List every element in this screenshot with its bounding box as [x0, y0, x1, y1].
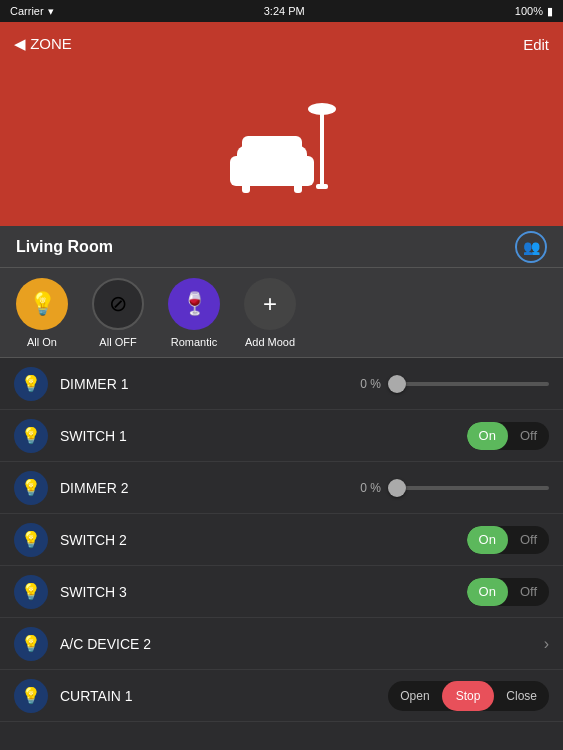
- add-circle: +: [244, 278, 296, 330]
- dimmer2-name: DIMMER 2: [60, 480, 341, 496]
- room-title: Living Room: [16, 238, 113, 256]
- dimmer1-name: DIMMER 1: [60, 376, 341, 392]
- svg-rect-5: [294, 181, 302, 193]
- add-mood-label: Add Mood: [245, 336, 295, 348]
- romantic-circle: 🍷: [168, 278, 220, 330]
- nav-bar: ◀ ZONE Edit: [0, 22, 563, 66]
- room-icon: [222, 86, 342, 206]
- switch2-on-button[interactable]: On: [467, 526, 508, 554]
- switch3-on-button[interactable]: On: [467, 578, 508, 606]
- camera-icon: 👥: [523, 239, 540, 255]
- svg-rect-3: [242, 136, 302, 156]
- bulb-icon: 💡: [21, 374, 41, 393]
- switch3-icon: 💡: [14, 575, 48, 609]
- bulb-icon: 💡: [21, 530, 41, 549]
- table-row: 💡 DIMMER 1 0 %: [0, 358, 563, 410]
- mood-all-on[interactable]: 💡 All On: [16, 278, 68, 348]
- switch2-name: SWITCH 2: [60, 532, 455, 548]
- edit-button[interactable]: Edit: [523, 36, 549, 53]
- all-on-label: All On: [27, 336, 57, 348]
- switch1-name: SWITCH 1: [60, 428, 455, 444]
- dimmer2-value: 0 %: [353, 481, 381, 495]
- dimmer1-value: 0 %: [353, 377, 381, 391]
- status-bar: Carrier ▾ 3:24 PM 100% ▮: [0, 0, 563, 22]
- svg-point-7: [308, 103, 336, 115]
- bulb-icon: 💡: [21, 686, 41, 705]
- table-row: 💡 DIMMER 2 0 %: [0, 462, 563, 514]
- add-icon: +: [263, 290, 277, 318]
- hero-area: [0, 66, 563, 226]
- table-row: 💡 SWITCH 1 On Off: [0, 410, 563, 462]
- dimmer2-track: [389, 486, 549, 490]
- table-row: 💡 SWITCH 3 On Off: [0, 566, 563, 618]
- all-off-icon: ⊘: [109, 291, 127, 317]
- status-time: 3:24 PM: [264, 5, 305, 17]
- switch2-toggle: On Off: [467, 526, 549, 554]
- bulb-icon: 💡: [21, 478, 41, 497]
- curtain1-control: Open Stop Close: [388, 681, 549, 711]
- switch3-off-button[interactable]: Off: [508, 578, 549, 606]
- ac-name: A/C DEVICE 2: [60, 636, 532, 652]
- table-row: 💡 SWITCH 2 On Off: [0, 514, 563, 566]
- ac-icon: 💡: [14, 627, 48, 661]
- svg-rect-6: [320, 111, 324, 186]
- switch3-toggle: On Off: [467, 578, 549, 606]
- mood-romantic[interactable]: 🍷 Romantic: [168, 278, 220, 348]
- curtain1-icon: 💡: [14, 679, 48, 713]
- carrier-text: Carrier: [10, 5, 44, 17]
- room-title-bar: Living Room 👥: [0, 226, 563, 268]
- battery-icon: ▮: [547, 5, 553, 18]
- bulb-icon: 💡: [21, 426, 41, 445]
- switch2-off-button[interactable]: Off: [508, 526, 549, 554]
- back-button[interactable]: ◀ ZONE: [14, 35, 72, 53]
- all-on-icon: 💡: [29, 291, 56, 317]
- mood-all-off[interactable]: ⊘ All OFF: [92, 278, 144, 348]
- dimmer1-icon: 💡: [14, 367, 48, 401]
- camera-button[interactable]: 👥: [515, 231, 547, 263]
- status-left: Carrier ▾: [10, 5, 54, 18]
- dimmer2-control: 0 %: [353, 481, 549, 495]
- dimmer1-control: 0 %: [353, 377, 549, 391]
- romantic-icon: 🍷: [181, 291, 208, 317]
- dimmer1-track: [389, 382, 549, 386]
- chevron-right-icon: ›: [544, 635, 549, 653]
- svg-rect-4: [242, 181, 250, 193]
- curtain-close-button[interactable]: Close: [494, 681, 549, 711]
- battery-text: 100%: [515, 5, 543, 17]
- wifi-icon: ▾: [48, 5, 54, 18]
- switch1-on-button[interactable]: On: [467, 422, 508, 450]
- table-row[interactable]: 💡 A/C DEVICE 2 ›: [0, 618, 563, 670]
- switch3-name: SWITCH 3: [60, 584, 455, 600]
- bulb-icon: 💡: [21, 634, 41, 653]
- table-row: 💡 CURTAIN 1 Open Stop Close: [0, 670, 563, 722]
- svg-rect-8: [316, 184, 328, 189]
- status-right: 100% ▮: [515, 5, 553, 18]
- switch1-off-button[interactable]: Off: [508, 422, 549, 450]
- all-off-circle: ⊘: [92, 278, 144, 330]
- dimmer2-icon: 💡: [14, 471, 48, 505]
- curtain1-name: CURTAIN 1: [60, 688, 376, 704]
- curtain-open-button[interactable]: Open: [388, 681, 441, 711]
- bulb-icon: 💡: [21, 582, 41, 601]
- romantic-label: Romantic: [171, 336, 217, 348]
- switch2-icon: 💡: [14, 523, 48, 557]
- switch1-toggle: On Off: [467, 422, 549, 450]
- moods-row: 💡 All On ⊘ All OFF 🍷 Romantic + Add Mood: [0, 268, 563, 358]
- switch1-icon: 💡: [14, 419, 48, 453]
- device-list: 💡 DIMMER 1 0 % 💡 SWITCH 1 On Off 💡 DIMME…: [0, 358, 563, 722]
- dimmer2-thumb[interactable]: [388, 479, 406, 497]
- all-on-circle: 💡: [16, 278, 68, 330]
- mood-add[interactable]: + Add Mood: [244, 278, 296, 348]
- all-off-label: All OFF: [99, 336, 136, 348]
- curtain-stop-button[interactable]: Stop: [442, 681, 495, 711]
- dimmer1-thumb[interactable]: [388, 375, 406, 393]
